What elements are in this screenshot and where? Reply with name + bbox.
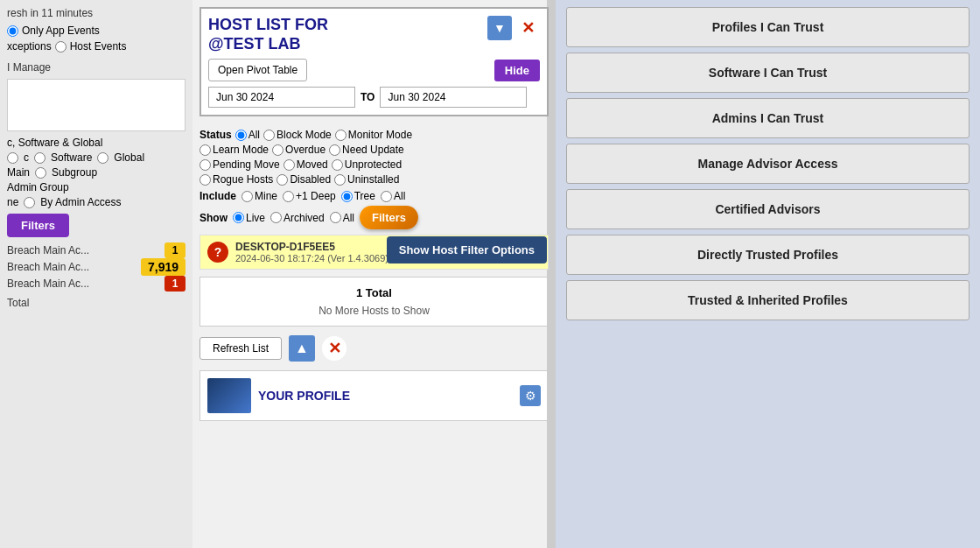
status-monitor[interactable]: Monitor Mode — [335, 129, 412, 141]
breach-list: Breach Main Ac... 1 Breach Main Ac... 7,… — [7, 242, 186, 292]
breach-row-2: Breach Main Ac... 1 — [7, 276, 186, 292]
breach-row-0: Breach Main Ac... 1 — [7, 242, 186, 258]
subgroup-radio[interactable] — [35, 167, 46, 179]
host-list-title: HOST LIST FOR @TEST LAB — [208, 16, 328, 53]
only-app-events-radio[interactable] — [7, 25, 18, 37]
include-row: Include Mine +1 Deep Tree All — [192, 188, 556, 204]
scope-row3: Admin Group — [7, 181, 186, 193]
by-admin-radio[interactable] — [24, 197, 35, 208]
admins-can-trust-button[interactable]: Admins I Can Trust — [566, 98, 970, 138]
main-label: Main — [7, 166, 30, 179]
scope-label: c, Software & Global — [7, 137, 186, 149]
gear-button[interactable]: ⚙ — [520, 385, 541, 406]
scope-row1: c Software Global — [7, 151, 186, 164]
include-plus1[interactable]: +1 Deep — [283, 190, 336, 202]
trusted-inherited-profiles-button[interactable]: Trusted & Inherited Profiles — [566, 280, 970, 320]
filter-icon-button[interactable]: ▼ — [487, 16, 512, 40]
scope-c-radio[interactable] — [7, 152, 18, 164]
middle-panel: HOST LIST FOR @TEST LAB ▼ ✕ Open Pivot T… — [192, 0, 556, 548]
show-all[interactable]: All — [330, 212, 354, 224]
scope-software-label: Software — [51, 151, 92, 164]
event-filter-group: Only App Events xceptions Host Events — [7, 25, 186, 53]
manage-advisor-access-button[interactable]: Manage Advisor Access — [566, 144, 970, 184]
manage-section-label: I Manage — [7, 61, 186, 74]
header-icons: ▼ ✕ — [487, 16, 540, 40]
breach-label-0: Breach Main Ac... — [7, 244, 89, 256]
close-bottom-button[interactable]: ✕ — [322, 336, 346, 361]
certified-advisors-button[interactable]: Certified Advisors — [566, 189, 970, 229]
status-rogue[interactable]: Rogue Hosts — [200, 173, 273, 186]
exceptions-row: xceptions Host Events — [7, 40, 186, 53]
breach-badge-2: 1 — [164, 276, 186, 292]
status-row-1: Status All Block Mode Monitor Mode — [200, 129, 549, 141]
scope-row2: Main Subgroup — [7, 166, 186, 179]
your-profile-title: YOUR PROFILE — [258, 389, 513, 403]
status-row-3: Pending Move Moved Unprotected — [200, 158, 549, 171]
scope-c-label: c — [24, 151, 29, 164]
left-panel: resh in 11 minutes Only App Events xcept… — [0, 0, 192, 548]
bottom-controls: Refresh List ▲ ✕ — [192, 330, 556, 367]
status-uninstalled[interactable]: Uninstalled — [334, 173, 399, 186]
status-label: Status — [200, 129, 232, 141]
header-controls: Open Pivot Table Hide — [208, 59, 540, 81]
host-events-radio[interactable] — [55, 41, 66, 53]
filters-button-left[interactable]: Filters — [7, 214, 69, 237]
summary-box: 1 Total No More Hosts to Show — [200, 277, 549, 327]
host-status-icon: ? — [207, 242, 228, 263]
status-pending[interactable]: Pending Move — [200, 158, 280, 171]
refresh-text: resh in 11 minutes — [7, 7, 186, 19]
directly-trusted-profiles-button[interactable]: Directly Trusted Profiles — [566, 235, 970, 275]
status-overdue[interactable]: Overdue — [272, 144, 326, 156]
status-all[interactable]: All — [235, 129, 260, 141]
breach-label-1: Breach Main Ac... — [7, 261, 89, 273]
show-archived[interactable]: Archived — [270, 212, 325, 224]
status-need-update[interactable]: Need Update — [329, 144, 404, 156]
scope-global-radio[interactable] — [97, 152, 108, 164]
status-block[interactable]: Block Mode — [263, 129, 332, 141]
your-profile-strip: YOUR PROFILE ⚙ — [200, 370, 549, 421]
date-from-input[interactable] — [208, 87, 355, 108]
filters-button-orange[interactable]: Filters — [360, 206, 418, 229]
include-tree[interactable]: Tree — [341, 190, 375, 202]
breach-label-2: Breach Main Ac... — [7, 278, 89, 290]
include-mine[interactable]: Mine — [242, 190, 277, 202]
scroll-up-button[interactable]: ▲ — [289, 335, 315, 362]
show-label: Show — [200, 212, 228, 224]
subgroup-label: Subgroup — [52, 166, 97, 179]
status-row-4: Rogue Hosts Disabled Uninstalled — [200, 173, 549, 186]
scope-row4: ne By Admin Access — [7, 196, 186, 208]
scope-software-radio[interactable] — [34, 152, 46, 164]
include-all[interactable]: All — [381, 190, 405, 202]
status-section: Status All Block Mode Monitor Mode Learn… — [192, 123, 556, 188]
status-row-2: Learn Mode Overdue Need Update — [200, 144, 549, 156]
include-label: Include — [200, 190, 236, 202]
profiles-can-trust-button[interactable]: Profiles I Can Trust — [566, 7, 970, 47]
manage-box — [7, 79, 186, 131]
show-filter-tooltip: Show Host Filter Options — [387, 236, 547, 263]
host-list-header: HOST LIST FOR @TEST LAB ▼ ✕ Open Pivot T… — [200, 7, 549, 116]
scope-global-label: Global — [114, 151, 144, 164]
only-app-events-label: Only App Events — [22, 25, 100, 37]
profile-thumbnail — [207, 378, 251, 413]
breach-badge-0: 1 — [164, 242, 186, 258]
summary-total: 1 Total — [209, 286, 539, 299]
host-events-label: Host Events — [70, 40, 127, 53]
status-learn[interactable]: Learn Mode — [200, 144, 269, 156]
breach-badge-1: 7,919 — [141, 258, 186, 276]
only-app-events-row[interactable]: Only App Events — [7, 25, 186, 37]
date-to-input[interactable] — [380, 87, 527, 108]
close-host-list-button[interactable]: ✕ — [515, 16, 540, 40]
refresh-list-button[interactable]: Refresh List — [200, 337, 282, 360]
scope-section: c, Software & Global c Software Global M… — [7, 137, 186, 208]
open-pivot-button[interactable]: Open Pivot Table — [208, 59, 307, 81]
software-can-trust-button[interactable]: Software I Can Trust — [566, 53, 970, 93]
status-moved[interactable]: Moved — [284, 158, 328, 171]
total-row: Total — [7, 297, 186, 309]
summary-no-more: No More Hosts to Show — [209, 305, 539, 317]
status-unprotected[interactable]: Unprotected — [332, 158, 402, 171]
hide-button[interactable]: Hide — [494, 60, 540, 81]
status-disabled[interactable]: Disabled — [276, 173, 331, 186]
breach-row-1: Breach Main Ac... 7,919 — [7, 258, 186, 276]
show-live[interactable]: Live — [233, 212, 265, 224]
me-label: ne — [7, 196, 18, 208]
